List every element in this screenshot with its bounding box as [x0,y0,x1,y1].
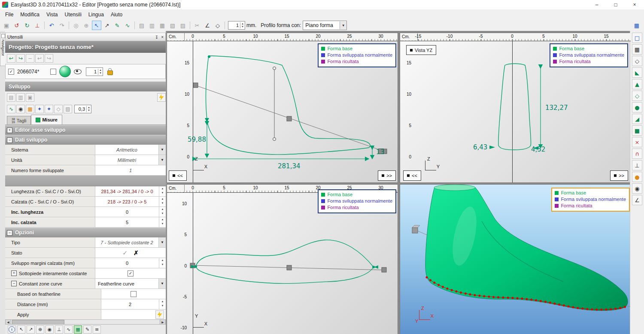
grid-tool-5-button[interactable]: ▨ [178,21,188,30]
dev-star-1-button[interactable]: ✦ [35,105,44,113]
tolerance-spinner[interactable]: 1 ▲▼ [228,21,245,30]
drag-handle[interactable] [193,83,198,88]
margini-input[interactable]: 0 [95,258,159,268]
drag-handle[interactable] [287,265,292,270]
rotate-x-button[interactable]: ↺ [12,21,21,30]
axes-3d-button[interactable]: ⊥ [632,160,642,170]
drag-handle[interactable] [382,267,386,272]
grid-tool-3-button[interactable]: ▦ [158,21,167,30]
grid-tool-1-button[interactable]: ▤ [137,21,146,30]
dev-curve-button[interactable]: ∿ [7,105,15,113]
magnet-button[interactable]: ∩ [632,149,642,159]
last-view-1-button[interactable]: ◣ [632,67,642,78]
spinner[interactable]: ▲▼ [159,217,166,227]
pin-icon[interactable]: ↧ [155,35,158,39]
last-view-2-button[interactable]: ▲ [632,79,642,89]
section-dati-sviluppo[interactable]: − Dati sviluppo [5,135,166,145]
collapse-icon[interactable]: − [7,230,12,236]
expand-icon[interactable]: + [7,128,12,133]
prev-view-button[interactable]: << [169,170,187,181]
prev-view-button[interactable]: << [403,170,421,181]
section-editor-asse[interactable]: + Editor asse sviluppo [5,125,166,135]
grid-tool-2-button[interactable]: ▥ [147,21,157,30]
last-view-5-button[interactable]: ◢ [632,114,642,124]
inc-lunghezza-input[interactable]: 0 [95,207,159,217]
lock-icon[interactable] [107,70,113,75]
spinner[interactable]: ▲▼ [159,197,166,206]
spinner[interactable]: ▲▼ [159,299,166,309]
panel-close-icon[interactable]: × [161,35,164,39]
chevron-down-icon[interactable]: ▼ [158,237,166,247]
spin-up-icon[interactable]: ▲ [240,22,245,25]
rotate-y-button[interactable]: ↻ [22,21,32,30]
layout-button[interactable]: ▦ [632,21,641,30]
dev-shape-button[interactable]: ◇ [54,105,63,113]
nav-forward-button[interactable]: ↪ [16,54,25,63]
shape-lock-checkbox[interactable] [50,69,56,75]
compute-button[interactable] [157,93,166,102]
grid-tool-4-button[interactable]: ▧ [168,21,177,30]
curve-point[interactable] [208,55,210,58]
menu-utensili[interactable]: Utensili [61,10,85,19]
last-view-3-button[interactable]: ◇ [632,91,642,101]
section-opzioni[interactable]: − Opzioni [5,228,166,237]
viewport-section-yz[interactable]: Cm. -15 -10 -5 0 5 10 15 15 10 5 0 [400,33,631,183]
copy-button[interactable]: ▥ [16,93,25,102]
cursor-x-button[interactable]: ↖ [17,325,25,334]
cursor-y-button[interactable]: ↗ [27,325,35,334]
sottopiede-checkbox[interactable]: ✓ [128,270,134,276]
spin-up-icon[interactable]: ▲ [98,69,103,72]
tipo-select[interactable]: 7 - Sottopiede costante 2 [95,237,158,247]
menu-aiuto[interactable]: Aiuto [107,10,126,19]
status-cancel-icon[interactable]: ✗ [134,249,139,256]
undo-button[interactable]: ↶ [47,21,56,30]
stick-handle-circle[interactable] [273,138,276,141]
drag-handle-cube[interactable] [412,228,418,233]
light-button[interactable]: ● [632,172,642,182]
tab-tagli[interactable]: 38 39 Tagli [7,116,31,124]
curve-edit-button[interactable]: ✎ [112,21,122,30]
display-button[interactable]: □ [632,33,642,43]
save-dev-button[interactable]: ▣ [26,93,34,102]
last-side-outline[interactable] [206,56,370,155]
spin-down-icon[interactable]: ▼ [98,72,103,75]
spinner[interactable]: ▲▼ [159,207,166,217]
distance-input[interactable]: 2 [101,299,159,309]
stick-handle-circle[interactable] [273,67,276,70]
shape-row[interactable]: ✓ 2066074* 1 ▲▼ [5,64,166,79]
measure-button[interactable]: ◇ [213,21,222,30]
curve-button[interactable]: ∿ [123,21,132,30]
next-view-button[interactable]: >> [378,170,396,181]
vista-yz-button[interactable]: Vista YZ [406,45,436,55]
viewport-top[interactable]: Cm. 0 5 10 15 20 25 30 10 5 0 -5 -10 [167,184,398,334]
eye-icon[interactable] [74,69,82,74]
minimize-button[interactable]: – [587,0,606,9]
close-button[interactable]: × [625,0,644,9]
last-view-6-button[interactable]: ■ [632,125,642,136]
tab-misure[interactable]: Misure [31,115,62,124]
spin-down-icon[interactable]: ▼ [87,109,91,112]
measure-3d-button[interactable]: ∠ [632,195,642,205]
sphere-button[interactable]: ◉ [46,325,54,334]
collapse-icon[interactable]: − [7,137,12,143]
nav-back-button[interactable]: ↩ [7,54,15,63]
inc-calzata-input[interactable]: 5 [95,217,159,227]
select-add-button[interactable]: ↗ [102,21,112,30]
zoom-button[interactable]: ◎ [71,21,81,30]
shape-count-spinner[interactable]: 1 ▲▼ [86,67,103,76]
section-outline[interactable] [498,64,531,150]
spin-down-icon[interactable]: ▼ [240,25,245,28]
menu-modifica[interactable]: Modifica [17,10,43,19]
apply-button[interactable] [155,310,164,319]
constant-zone-select[interactable]: Featherline curve [95,279,158,288]
viewport-side[interactable]: Cm. 0 5 10 15 20 25 30 15 10 5 0 [167,33,398,183]
material-sphere-icon[interactable] [59,66,71,77]
axes-small-button[interactable]: ⊥ [55,325,63,334]
layout-button[interactable]: ▦ [632,44,642,55]
chevron-down-icon[interactable]: ▼ [158,155,166,165]
save-button[interactable]: ▣ [2,21,11,30]
collapse-button[interactable]: − [26,54,34,63]
chevron-down-icon[interactable]: ▼ [158,279,166,288]
tolerance-dev-spinner[interactable]: 0,3 ▲▼ [74,105,91,113]
dev-eye-button[interactable]: ◉ [16,105,25,113]
